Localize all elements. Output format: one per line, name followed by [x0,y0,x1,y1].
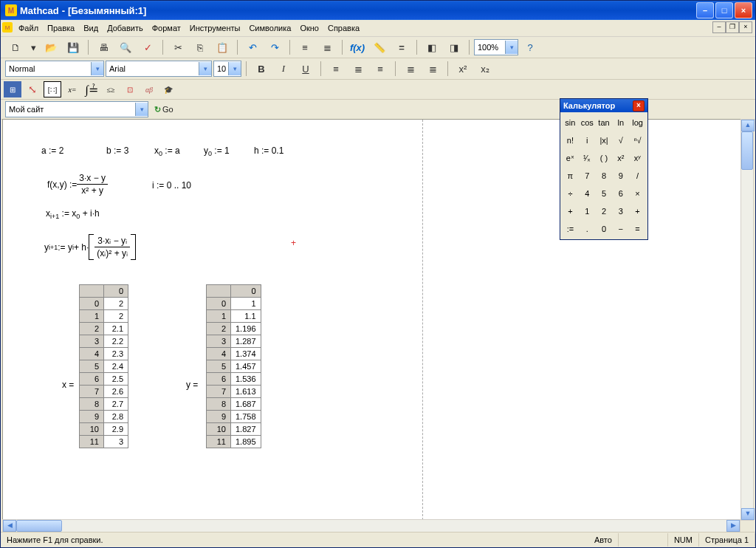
calc-key[interactable]: ⁿ√ [629,131,646,149]
align-left-button[interactable]: ≡ [326,60,346,78]
vertical-scrollbar[interactable]: ▲ ▼ [740,119,754,521]
menu-tools[interactable]: Инструменты [185,22,245,34]
calc-key[interactable]: 8 [596,167,613,185]
calc-key[interactable]: xʸ [629,149,646,167]
calc-key[interactable]: ÷ [562,185,579,202]
calc-key[interactable]: ( ) [596,149,613,167]
calc-key[interactable]: / [629,167,646,185]
save-button[interactable]: 💾 [63,38,83,56]
minimize-button[interactable]: – [696,2,714,18]
doc-icon[interactable]: M [2,22,13,32]
greek-palette-button[interactable]: αβ [141,82,157,97]
calc-key[interactable]: 2 [596,202,613,220]
spell-button[interactable]: ✓ [137,38,158,56]
menu-format[interactable]: Формат [148,22,185,34]
calc-key[interactable]: := [562,220,579,238]
unit-button[interactable]: 📏 [369,38,390,56]
calc-key[interactable]: tan [596,114,613,131]
calc-key[interactable]: log [629,114,646,131]
calc-key[interactable]: . [579,220,596,238]
vscroll-thumb[interactable] [741,131,753,170]
calc-key[interactable]: √ [612,131,629,149]
menu-view[interactable]: Вид [79,22,103,34]
def-h[interactable]: h := 0.1 [254,145,284,156]
def-xrec[interactable]: xi+1 := x0 + i·h [46,208,100,220]
boolean-palette-button[interactable]: ≤≥ [103,82,119,97]
y-result-table[interactable]: 00111.121.19631.28741.37451.45761.53671.… [206,284,261,448]
comp2-button[interactable]: ◨ [444,38,464,56]
horizontal-scrollbar[interactable]: ◀ ▶ [2,519,740,532]
scroll-left-button[interactable]: ◀ [3,520,16,532]
mdi-close[interactable]: × [739,21,752,33]
calculus-palette-button[interactable]: ∫≟ [83,82,100,97]
align2-button[interactable]: ≣ [317,38,337,56]
calc-key[interactable]: ln [612,114,629,131]
calculator-palette[interactable]: Калькулятор × sincostanlnlogn!i|x|√ⁿ√eˣ¹… [560,98,648,240]
def-a[interactable]: a := 2 [41,145,63,156]
superscript-button[interactable]: x² [453,60,473,78]
menu-symbolics[interactable]: Символика [244,22,295,34]
menu-edit[interactable]: Правка [43,22,79,34]
scroll-up-button[interactable]: ▲ [741,120,755,131]
scroll-right-button[interactable]: ▶ [726,520,740,532]
align-center-button[interactable]: ≣ [348,60,368,78]
matrix-palette-button[interactable]: [∷] [44,81,61,97]
symbolic-palette-button[interactable]: 🎓 [160,82,176,97]
func-button[interactable]: f(x) [347,38,368,56]
calc-button[interactable]: = [391,38,412,56]
menu-insert[interactable]: Добавить [103,22,148,34]
mdi-restore[interactable]: ❐ [726,21,739,33]
calc-key[interactable]: 0 [596,220,613,238]
def-y0[interactable]: y0 := 1 [204,145,230,157]
graph-palette-button[interactable]: ⤡ [24,82,41,97]
numbering-button[interactable]: ≣ [422,60,443,78]
x-result-table[interactable]: 0021222.132.242.352.462.572.682.792.8102… [79,284,128,448]
calc-key[interactable]: + [629,202,646,220]
style-combo[interactable]: Normal▾ [5,61,104,77]
prog-palette-button[interactable]: ⊡ [122,82,138,97]
def-f[interactable]: f(x,y) := 3·x − yx² + y [47,173,108,196]
eval-palette-button[interactable]: x= [64,82,80,97]
calc-key[interactable]: ¹∕ₓ [579,149,596,167]
print-button[interactable]: 🖶 [93,38,114,56]
calc-key[interactable]: |x| [596,131,613,149]
align-button[interactable]: ≡ [295,38,315,56]
open-button[interactable]: 📂 [41,38,61,56]
menu-help[interactable]: Справка [323,22,364,34]
def-i[interactable]: i := 0 .. 10 [152,180,191,191]
comp-button[interactable]: ◧ [422,38,442,56]
site-combo[interactable]: Мой сайт▾ [5,101,148,117]
calc-key[interactable]: π [562,167,579,185]
maximize-button[interactable]: □ [715,2,733,18]
calc-key[interactable]: − [612,220,629,238]
hscroll-thumb[interactable] [16,520,62,532]
menu-window[interactable]: Окно [295,22,323,34]
calc-key[interactable]: + [562,202,579,220]
go-button[interactable]: ↻Go [154,105,173,114]
calc-palette-button[interactable]: ⊞ [4,81,21,97]
new-button[interactable]: 🗋 [5,38,26,56]
copy-button[interactable]: ⎘ [190,38,210,56]
new-dd[interactable]: ▾ [27,38,39,56]
def-b[interactable]: b := 3 [106,145,128,156]
underline-button[interactable]: U [295,60,316,78]
menu-file[interactable]: Файл [14,22,43,34]
calc-key[interactable]: = [629,220,646,238]
cut-button[interactable]: ✂ [168,38,188,56]
help-button[interactable]: ? [520,38,540,56]
calc-key[interactable]: cos [579,114,596,131]
calc-key[interactable]: 7 [579,167,596,185]
calc-key[interactable]: 3 [612,202,629,220]
redo-button[interactable]: ↷ [264,38,285,56]
preview-button[interactable]: 🔍 [115,38,136,56]
def-x0[interactable]: x0 := a [154,145,180,157]
undo-button[interactable]: ↶ [242,38,263,56]
calculator-close-button[interactable]: × [633,100,645,112]
paste-button[interactable]: 📋 [212,38,233,56]
calc-key[interactable]: 9 [612,167,629,185]
calculator-titlebar[interactable]: Калькулятор × [560,99,647,112]
bold-button[interactable]: B [251,60,272,78]
calc-key[interactable]: 6 [612,185,629,202]
align-right-button[interactable]: ≡ [370,60,391,78]
def-yrec[interactable]: yi+1 := yi + h· 3·xᵢ − yᵢ(xᵢ)² + yᵢ [44,234,136,260]
